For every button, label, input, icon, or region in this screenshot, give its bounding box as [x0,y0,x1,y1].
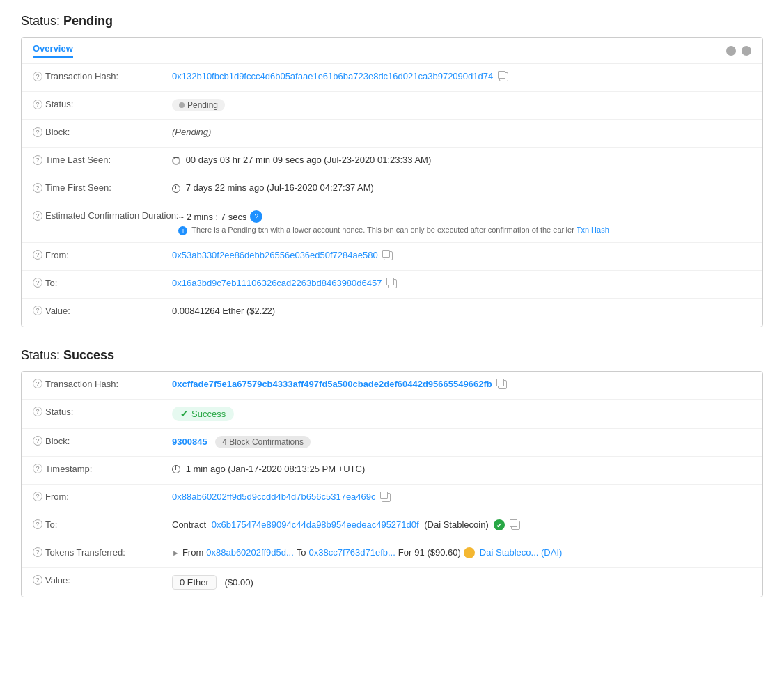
help-icon-value: ? [33,306,42,315]
help-icon-status-s: ? [33,407,42,416]
contract-verified-icon: ✔ [494,519,505,530]
tokens-arrow: ► [172,549,180,557]
success-to-label: ? To: [33,519,172,530]
copy-success-txhash-icon[interactable] [498,380,507,389]
help-icon-txhash: ? [33,72,42,81]
success-tx-hash-link[interactable]: 0xcffade7f5e1a67579cb4333aff497fd5a500cb… [172,379,492,389]
tab-icons [726,46,751,56]
success-block-row: ? Block: 9300845 4 Block Confirmations [22,429,762,457]
pending-value-value: 0.00841264 Ether ($2.22) [172,306,751,316]
success-to-contract-address[interactable]: 0x6b175474e89094c44da98b954eedeac495271d… [212,519,419,530]
pending-status-label: ? Status: [33,99,172,109]
success-card: ? Transaction Hash: 0xcffade7f5e1a67579c… [21,371,763,597]
check-icon: ✔ [180,409,188,419]
pending-est-confirm-row: ? Estimated Confirmation Duration: ~ 2 m… [22,203,762,243]
success-from-row: ? From: 0x88ab60202ff9d5d9ccdd4b4d7b656c… [22,485,762,512]
pending-dot [179,102,185,108]
txn-hash-link[interactable]: Txn Hash [577,226,609,234]
success-timestamp-row: ? Timestamp: 1 min ago (Jan-17-2020 08:1… [22,457,762,485]
pending-time-first-seen-row: ? Time First Seen: 7 days 22 mins ago (J… [22,175,762,203]
pending-to-row: ? To: 0x16a3bd9c7eb11106326cad2263bd8463… [22,271,762,299]
help-icon-block-s: ? [33,436,42,446]
success-from-label: ? From: [33,492,172,502]
success-tokens-label: ? Tokens Transferred: [33,547,172,558]
pending-from-address[interactable]: 0x53ab330f2ee86debb26556e036ed50f7284ae5… [172,250,378,260]
help-icon-txhash-s: ? [33,379,42,388]
help-icon-est: ? [33,211,42,221]
pending-value-row: ? Value: 0.00841264 Ether ($2.22) [22,299,762,327]
pending-from-label: ? From: [33,250,172,260]
confirmation-note: i There is a Pending txn with a lower ac… [178,226,751,235]
success-value-label: ? Value: [33,575,172,585]
pending-value-label: ? Value: [33,306,172,316]
tokens-row-detail: ► From 0x88ab60202ff9d5d... To 0x38cc7f7… [172,547,751,558]
help-icon-to-s: ? [33,519,42,529]
success-to-row: ? To: Contract 0x6b175474e89094c44da98b9… [22,512,762,540]
copy-from-icon[interactable] [384,251,393,260]
pending-from-value: 0x53ab330f2ee86debb26556e036ed50f7284ae5… [172,250,751,260]
success-tx-hash-value: 0xcffade7f5e1a67579cb4333aff497fd5a500cb… [172,379,751,389]
tokens-from-address[interactable]: 0x88ab60202ff9d5d... [206,547,294,558]
success-timestamp-label: ? Timestamp: [33,464,172,474]
help-icon-to: ? [33,278,42,288]
tokens-to-address[interactable]: 0x38cc7f763d71efb... [309,547,395,558]
pending-tx-hash-link[interactable]: 0x132b10fbcb1d9fccc4d6b05afaae1e61b6ba72… [172,71,493,81]
success-section-title: Status: Success [21,348,763,363]
clock-icon-timestamp [172,465,180,473]
pending-block-label: ? Block: [33,127,172,137]
success-to-value: Contract 0x6b175474e89094c44da98b954eede… [172,519,751,531]
success-from-value: 0x88ab60202ff9d5d9ccdd4b4d7b656c5317ea46… [172,492,751,502]
pending-time-first-seen-value: 7 days 22 mins ago (Jul-16-2020 04:27:37… [172,182,751,193]
success-tx-hash-label: ? Transaction Hash: [33,379,172,389]
pending-to-address[interactable]: 0x16a3bd9c7eb11106326cad2263bd8463980d64… [172,278,382,288]
copy-success-from-icon[interactable] [382,493,391,502]
help-icon-timestamp: ? [33,464,42,473]
pending-est-confirm-value: ~ 2 mins : 7 secs ? i There is a Pending… [178,210,751,235]
confirmations-badge: 4 Block Confirmations [215,436,311,448]
help-icon-timefirst: ? [33,183,42,193]
pending-status-row: ? Status: Pending [22,92,762,120]
success-status-value: ✔ Success [172,407,751,421]
pending-tab-bar: Overview [22,38,762,64]
dai-token-icon [464,547,475,558]
copy-to-icon[interactable] [388,279,397,288]
pending-tx-hash-value: 0x132b10fbcb1d9fccc4d6b05afaae1e61b6ba72… [172,71,751,81]
copy-success-to-icon[interactable] [511,521,520,530]
help-icon-block: ? [33,127,42,137]
overview-tab[interactable]: Overview [33,43,73,58]
block-number-link[interactable]: 9300845 [172,437,207,447]
spinner-icon [172,157,180,165]
pending-card: Overview ? Transaction Hash: 0x132b10fbc… [21,37,763,327]
success-from-address[interactable]: 0x88ab60202ff9d5d9ccdd4b4d7b656c5317ea46… [172,492,376,502]
pending-block-row: ? Block: (Pending) [22,120,762,148]
est-question-badge: ? [250,210,262,223]
value-ether-box: 0 Ether [172,575,217,590]
success-value-value: 0 Ether ($0.00) [172,575,751,590]
pending-time-last-seen-row: ? Time Last Seen: 00 days 03 hr 27 min 0… [22,148,762,175]
success-tokens-row: ? Tokens Transferred: ► From 0x88ab60202… [22,540,762,568]
success-block-value: 9300845 4 Block Confirmations [172,436,751,448]
pending-to-value: 0x16a3bd9c7eb11106326cad2263bd8463980d64… [172,278,751,288]
pending-time-first-seen-label: ? Time First Seen: [33,182,172,193]
success-value-row: ? Value: 0 Ether ($0.00) [22,568,762,597]
success-tokens-value: ► From 0x88ab60202ff9d5d... To 0x38cc7f7… [172,547,751,558]
success-block-label: ? Block: [33,436,172,446]
pending-tx-hash-label: ? Transaction Hash: [33,71,172,81]
pending-time-last-seen-label: ? Time Last Seen: [33,155,172,165]
help-icon-timelast: ? [33,155,42,165]
copy-txhash-icon[interactable] [499,72,508,81]
success-badge: ✔ Success [172,407,234,421]
pending-time-last-seen-value: 00 days 03 hr 27 min 09 secs ago (Jul-23… [172,155,751,165]
tab-circle-2 [742,46,751,56]
pending-est-confirm-label: ? Estimated Confirmation Duration: [33,210,178,221]
help-icon-status: ? [33,100,42,109]
pending-to-label: ? To: [33,278,172,288]
help-icon-from: ? [33,250,42,260]
tokens-dai-name[interactable]: Dai Stableco... (DAI) [480,547,563,558]
est-duration-line: ~ 2 mins : 7 secs ? [178,210,751,223]
pending-tx-hash-row: ? Transaction Hash: 0x132b10fbcb1d9fccc4… [22,64,762,92]
pending-status-value: Pending [172,99,751,111]
success-status-label: ? Status: [33,407,172,417]
help-icon-from-s: ? [33,492,42,501]
tab-circle-1 [726,46,736,56]
